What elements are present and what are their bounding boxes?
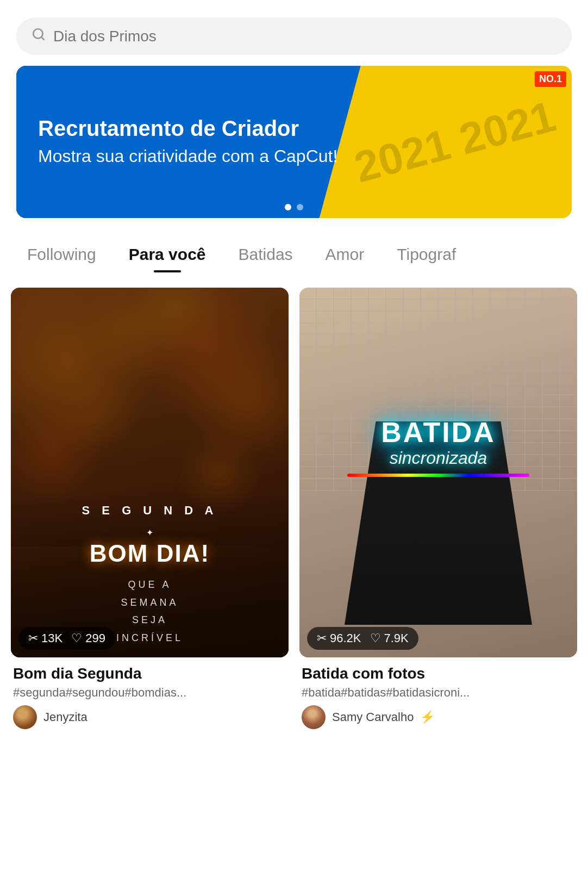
likes-stat: ♡ 299 bbox=[71, 631, 105, 645]
banner-title: Recrutamento de Criador bbox=[38, 116, 337, 141]
tab-tipograf[interactable]: Tipograf bbox=[380, 234, 472, 275]
cuts-count-2: 96.2K bbox=[330, 631, 361, 645]
svg-line-1 bbox=[41, 37, 44, 40]
search-input[interactable] bbox=[53, 28, 556, 45]
content-grid: S E G U N D A ✦ BOM DIA! QUE ASEMANASEJA… bbox=[0, 288, 588, 731]
batida-main-text: BATIDA bbox=[308, 417, 568, 448]
banner[interactable]: CAPCUT EDITING TUTORIAL Recrutamento de … bbox=[16, 66, 572, 218]
tab-amor[interactable]: Amor bbox=[309, 234, 381, 275]
rainbow-line bbox=[347, 474, 529, 477]
search-bar[interactable] bbox=[16, 17, 572, 55]
dot-2[interactable] bbox=[297, 204, 303, 210]
cuts-stat: ✂ 13K bbox=[28, 631, 62, 645]
heart-icon: ♡ bbox=[71, 631, 82, 645]
banner-text: Recrutamento de Criador Mostra sua criat… bbox=[16, 100, 359, 184]
author-1-name: Jenyzita bbox=[43, 710, 87, 724]
cuts-stat-2: ✂ 96.2K bbox=[317, 631, 361, 645]
likes-count-2: 7.9K bbox=[384, 631, 409, 645]
card-2-author[interactable]: Samy Carvalho ⚡ bbox=[302, 705, 575, 729]
card-1[interactable]: S E G U N D A ✦ BOM DIA! QUE ASEMANASEJA… bbox=[11, 288, 289, 731]
sparkle-icon: ✦ bbox=[22, 527, 278, 538]
banner-year: 2021 2021 bbox=[349, 91, 561, 193]
tab-batidas[interactable]: Batidas bbox=[222, 234, 309, 275]
card-1-thumbnail[interactable]: S E G U N D A ✦ BOM DIA! QUE ASEMANASEJA… bbox=[11, 288, 289, 657]
card-2-stats: ✂ 96.2K ♡ 7.9K bbox=[307, 627, 418, 650]
author-2-name: Samy Carvalho bbox=[332, 710, 414, 724]
banner-right: 2021 2021 bbox=[339, 66, 572, 218]
search-icon bbox=[32, 27, 46, 45]
banner-subtitle: Mostra sua criatividade com a CapCut! bbox=[38, 145, 337, 168]
author-1-avatar bbox=[13, 705, 37, 729]
card-2-thumbnail[interactable]: BATIDA sincronizada ✂ 96.2K ♡ 7.9K bbox=[299, 288, 577, 657]
card-1-title: Bom dia Segunda bbox=[13, 665, 286, 682]
card-2-tags: #batida#batidas#batidasicroni... bbox=[302, 686, 575, 700]
card-1-stats: ✂ 13K ♡ 299 bbox=[18, 627, 115, 650]
card-2-info: Batida com fotos #batida#batidas#batidas… bbox=[299, 657, 577, 731]
segunda-text: S E G U N D A bbox=[22, 504, 278, 518]
card-1-author[interactable]: Jenyzita bbox=[13, 705, 286, 729]
cuts-count: 13K bbox=[41, 631, 62, 645]
heart-icon-2: ♡ bbox=[370, 631, 381, 645]
banner-dots bbox=[285, 204, 303, 210]
lightning-icon: ⚡ bbox=[420, 710, 435, 724]
tab-para-voce[interactable]: Para você bbox=[112, 234, 222, 275]
likes-count: 299 bbox=[85, 631, 105, 645]
banner-no1-badge: NO.1 bbox=[535, 71, 566, 87]
card-2-title: Batida com fotos bbox=[302, 665, 575, 682]
scissors-icon-2: ✂ bbox=[317, 631, 327, 645]
scissors-icon: ✂ bbox=[28, 631, 38, 645]
batida-text: BATIDA sincronizada bbox=[299, 417, 577, 482]
category-tabs: Following Para você Batidas Amor Tipogra… bbox=[0, 234, 588, 275]
bom-dia-text: BOM DIA! bbox=[22, 540, 278, 567]
tab-following[interactable]: Following bbox=[11, 234, 112, 275]
author-2-avatar bbox=[302, 705, 326, 729]
card-2[interactable]: BATIDA sincronizada ✂ 96.2K ♡ 7.9K Batid… bbox=[299, 288, 577, 731]
card-1-info: Bom dia Segunda #segunda#segundou#bomdia… bbox=[11, 657, 289, 731]
batida-sub-text: sincronizada bbox=[308, 448, 568, 468]
card-1-tags: #segunda#segundou#bomdias... bbox=[13, 686, 286, 700]
dot-1[interactable] bbox=[285, 204, 291, 210]
likes-stat-2: ♡ 7.9K bbox=[370, 631, 409, 645]
